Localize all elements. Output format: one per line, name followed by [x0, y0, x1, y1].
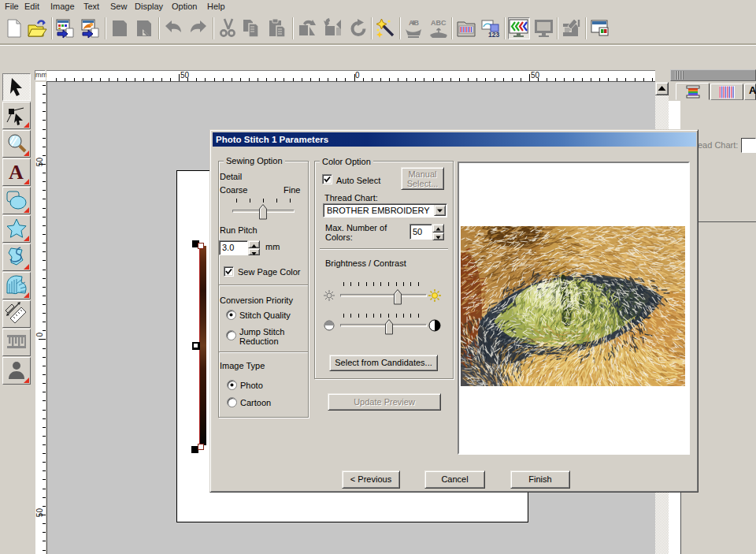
svg-text:A: A [9, 161, 24, 184]
svg-text:ABC: ABC [431, 19, 447, 27]
svg-text:123: 123 [488, 31, 499, 39]
